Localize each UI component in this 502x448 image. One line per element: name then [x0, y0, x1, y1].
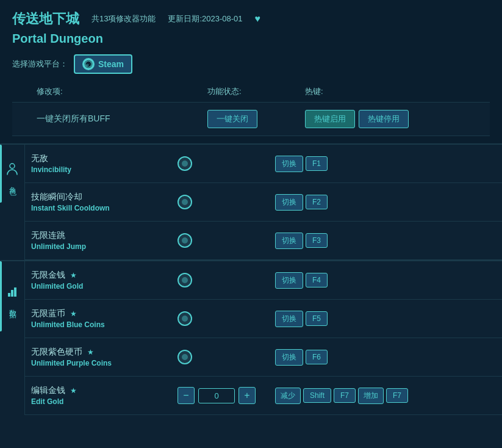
increase-button[interactable]: 增加 — [358, 388, 384, 404]
platform-label: 选择游戏平台： — [12, 59, 68, 70]
toggle-button-f3[interactable]: 切换 — [275, 233, 303, 249]
toggle-area — [177, 273, 275, 287]
data-label: 数据 — [7, 303, 18, 307]
toggle-switch[interactable] — [177, 233, 192, 248]
key-f7-reduce: F7 — [334, 388, 356, 403]
one-close-button[interactable]: 一键关闭 — [207, 110, 257, 128]
modifier-name-block: 无限连跳 Unlimited Jump — [31, 230, 177, 251]
reduce-button[interactable]: 减少 — [275, 388, 301, 404]
svg-rect-2 — [8, 293, 10, 297]
modifier-name-block: 技能瞬间冷却 Instant Skill Cooldown — [31, 192, 177, 212]
platform-row: 选择游戏平台： Steam — [12, 54, 490, 74]
key-badge-f3: F3 — [306, 233, 328, 248]
hotkey-disable-button[interactable]: 热键停用 — [359, 110, 409, 128]
hotkey-badge: 切换 F4 — [275, 272, 496, 289]
header-section: 传送地下城 共13项修改器功能 更新日期:2023-08-01 ♥ Portal… — [0, 0, 502, 145]
mod-name-cn: 编辑金钱 — [31, 385, 65, 396]
data-icon — [7, 286, 18, 301]
hotkey-badge: 切换 F2 — [275, 194, 496, 211]
mod-name-en: Unlimited Blue Coins — [31, 320, 177, 329]
data-sections-wrapper: 数据 无限金钱 ★ Unlimited Gold 切换 F4 — [0, 261, 502, 415]
character-sidebar-bar — [0, 145, 2, 203]
modifier-name-block: 无限金钱 ★ Unlimited Gold — [31, 270, 177, 291]
toggle-button-f4[interactable]: 切换 — [275, 272, 303, 289]
data-sidebar: 数据 — [0, 261, 24, 415]
steam-button[interactable]: Steam — [74, 54, 132, 74]
toggle-area — [177, 156, 275, 171]
toggle-button-f2[interactable]: 切换 — [275, 194, 303, 211]
key-badge-f4: F4 — [306, 273, 328, 287]
character-label: 角色 — [7, 181, 18, 184]
toggle-switch[interactable] — [177, 350, 192, 364]
buff-hotkey-area: 热键启用 热键停用 — [305, 110, 409, 128]
character-sidebar: 角色 — [0, 145, 24, 260]
toggle-switch[interactable] — [177, 311, 192, 326]
toggle-inner — [182, 277, 188, 283]
heart-icon[interactable]: ♥ — [255, 13, 261, 24]
table-row: 编辑金钱 ★ Edit Gold − + 减少 Shift F7 增加 F7 — [25, 377, 502, 415]
table-row: 无限蓝币 ★ Unlimited Blue Coins 切换 F5 — [25, 300, 502, 338]
data-tab[interactable]: 数据 — [0, 261, 24, 331]
buff-name: 一键关闭所有BUFF — [37, 114, 207, 125]
key-shift: Shift — [303, 388, 331, 403]
toggle-inner — [182, 316, 188, 322]
table-row: 无限连跳 Unlimited Jump 切换 F3 — [25, 222, 502, 260]
key-f7-increase: F7 — [386, 388, 408, 403]
svg-rect-3 — [11, 290, 13, 297]
toggle-button-f1[interactable]: 切换 — [275, 156, 303, 172]
mod-name-cn: 技能瞬间冷却 — [31, 192, 177, 203]
buff-row: 一键关闭所有BUFF 一键关闭 热键启用 热键停用 — [12, 103, 490, 136]
toggle-switch[interactable] — [177, 273, 192, 287]
toggle-switch[interactable] — [177, 195, 192, 209]
mod-name-en: Unlimited Jump — [31, 242, 177, 251]
mod-name-cn: 无限蓝币 — [31, 308, 65, 319]
modifier-name-block: 无限蓝币 ★ Unlimited Blue Coins — [31, 308, 177, 329]
mod-name-en: Unlimited Gold — [31, 282, 177, 291]
character-icon — [7, 163, 18, 178]
key-badge-f2: F2 — [306, 195, 328, 209]
column-headers: 修改项: 功能状态: 热键: — [12, 86, 490, 103]
steam-label: Steam — [98, 59, 124, 69]
toggle-button-f5[interactable]: 切换 — [275, 311, 303, 327]
table-row: 无限紫色硬币 ★ Unlimited Purple Coins 切换 F6 — [25, 338, 502, 377]
character-tab[interactable]: 角色 — [0, 145, 24, 203]
modifier-count: 共13项修改器功能 — [91, 13, 156, 24]
table-row: 无敌 Invincibility 切换 F1 — [25, 145, 502, 183]
hotkey-badge: 切换 F6 — [275, 349, 496, 366]
mod-name-cn: 无敌 — [31, 153, 177, 164]
key-badge-f5: F5 — [306, 311, 328, 326]
buff-btn-area: 一键关闭 — [207, 110, 305, 128]
hotkey-enable-button[interactable]: 热键启用 — [305, 110, 355, 128]
toggle-button-f6[interactable]: 切换 — [275, 349, 303, 366]
star-icon: ★ — [87, 348, 94, 356]
mod-name-cn: 无限紫色硬币 — [31, 347, 82, 358]
hotkey-badge: 切换 F1 — [275, 156, 496, 172]
key-badge-f1: F1 — [306, 156, 328, 171]
update-date: 更新日期:2023-08-01 — [168, 13, 242, 24]
sections-wrapper: 角色 无敌 Invincibility 切换 F1 技能瞬间冷却 Inst — [0, 145, 502, 260]
game-title-en: Portal Dungeon — [12, 32, 490, 46]
col-hotkey: 热键: — [305, 86, 490, 97]
toggle-area — [177, 233, 275, 248]
hotkey-badge: 切换 F5 — [275, 311, 496, 327]
col-status: 功能状态: — [207, 86, 305, 97]
character-section: 无敌 Invincibility 切换 F1 技能瞬间冷却 Instant Sk… — [24, 145, 502, 260]
svg-rect-4 — [14, 287, 16, 297]
mod-name-en: Unlimited Purple Coins — [31, 359, 177, 367]
decrement-button[interactable]: − — [177, 387, 195, 404]
edit-hotkey-area: 减少 Shift F7 增加 F7 — [275, 388, 496, 404]
mod-name-en: Edit Gold — [31, 397, 177, 406]
increment-button[interactable]: + — [238, 387, 256, 404]
hotkey-badge: 切换 F3 — [275, 233, 496, 249]
svg-point-1 — [10, 164, 15, 168]
toggle-inner — [182, 199, 188, 205]
number-input-area: − + — [177, 387, 275, 404]
toggle-switch[interactable] — [177, 156, 192, 171]
gold-input[interactable] — [198, 388, 235, 403]
toggle-inner — [182, 237, 188, 244]
steam-logo-icon — [82, 58, 95, 70]
data-section: 无限金钱 ★ Unlimited Gold 切换 F4 无限蓝币 ★ — [24, 261, 502, 415]
title-row: 传送地下城 共13项修改器功能 更新日期:2023-08-01 ♥ — [12, 10, 490, 28]
table-row: 技能瞬间冷却 Instant Skill Cooldown 切换 F2 — [25, 183, 502, 222]
game-title-cn: 传送地下城 — [12, 10, 79, 28]
